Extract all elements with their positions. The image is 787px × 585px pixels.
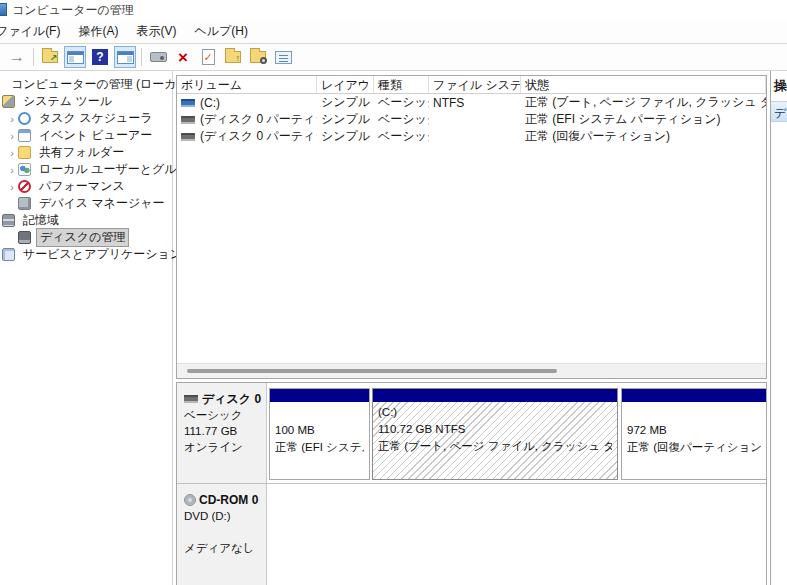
folder-up-icon[interactable]: ↑ bbox=[222, 46, 244, 68]
actions-section-disk-management[interactable]: ディスクの管理 bbox=[771, 101, 787, 122]
partition-color-bar bbox=[622, 389, 766, 402]
menu-bar: ファイル(F) 操作(A) 表示(V) ヘルプ(H) bbox=[0, 19, 787, 44]
table-row[interactable]: (ディスク 0 パーティション 4) シンプル ベーシック 正常 (回復パーティ… bbox=[177, 128, 766, 145]
menu-view[interactable]: 表示(V) bbox=[127, 19, 185, 43]
tree-item-performance[interactable]: › パフォーマンス bbox=[0, 178, 172, 195]
menu-help[interactable]: ヘルプ(H) bbox=[185, 19, 257, 43]
table-row[interactable]: (C:) シンプル ベーシック NTFS 正常 (ブート, ページ ファイル, … bbox=[177, 94, 766, 111]
tree-item-event-viewer[interactable]: › イベント ビューアー bbox=[0, 127, 172, 144]
horizontal-scrollbar[interactable] bbox=[177, 363, 766, 378]
cdrom-icon bbox=[184, 494, 196, 506]
column-header-volume[interactable]: ボリューム bbox=[177, 76, 317, 93]
column-header-filesystem[interactable]: ファイル システム bbox=[429, 76, 521, 93]
toolbar-separator bbox=[141, 48, 142, 66]
tree-item-task-scheduler[interactable]: › タスク スケジューラ bbox=[0, 110, 172, 127]
volume-table-header: ボリューム レイアウト 種類 ファイル システム 状態 bbox=[177, 76, 766, 94]
disk0-size: 111.77 GB bbox=[184, 423, 266, 439]
users-icon bbox=[18, 163, 31, 176]
cdrom-media-status: メディアなし bbox=[184, 540, 266, 556]
tree-root-computer-management[interactable]: コンピューターの管理 (ローカル) bbox=[0, 76, 172, 93]
actions-pane-title: 操作 bbox=[771, 71, 787, 95]
chevron-right-icon[interactable]: › bbox=[6, 130, 18, 142]
computer-management-window: コンピューターの管理 ファイル(F) 操作(A) 表示(V) ヘルプ(H) → … bbox=[0, 0, 787, 585]
chevron-right-icon[interactable]: › bbox=[6, 113, 18, 125]
event-viewer-icon bbox=[18, 129, 31, 142]
disk-management-icon bbox=[18, 231, 31, 244]
table-row[interactable]: (ディスク 0 パーティション 1) シンプル ベーシック 正常 (EFI シス… bbox=[177, 111, 766, 128]
partition-color-bar bbox=[270, 389, 369, 402]
device-manager-icon bbox=[18, 197, 31, 210]
title-bar: コンピューターの管理 bbox=[0, 0, 787, 19]
window-title: コンピューターの管理 bbox=[12, 2, 134, 19]
tree-item-system-tools[interactable]: システム ツール bbox=[0, 93, 172, 110]
volume-icon bbox=[181, 99, 195, 107]
cdrom-kind: DVD (D:) bbox=[184, 508, 266, 524]
services-icon bbox=[2, 248, 15, 261]
tree-item-local-users-groups[interactable]: › ローカル ユーザーとグループ bbox=[0, 161, 172, 178]
menu-file[interactable]: ファイル(F) bbox=[0, 19, 69, 43]
actions-pane: 操作 ディスクの管理 bbox=[770, 71, 787, 585]
tree-item-storage[interactable]: 記憶域 bbox=[0, 212, 172, 229]
help-topics-icon[interactable] bbox=[272, 46, 294, 68]
folder-search-icon[interactable] bbox=[247, 46, 269, 68]
window-icon bbox=[0, 3, 7, 16]
console-tree: コンピューターの管理 (ローカル) システム ツール › タスク スケジューラ … bbox=[0, 71, 173, 585]
chevron-right-icon[interactable]: › bbox=[6, 164, 18, 176]
volume-list-pane: ボリューム レイアウト 種類 ファイル システム 状態 (C:) シンプル ベー… bbox=[176, 75, 767, 379]
storage-icon bbox=[2, 214, 15, 227]
delete-volume-icon[interactable]: × bbox=[172, 46, 194, 68]
column-header-type[interactable]: 種類 bbox=[374, 76, 429, 93]
toolbar-separator bbox=[33, 48, 34, 66]
tree-item-services-applications[interactable]: サービスとアプリケーション bbox=[0, 246, 172, 263]
volume-icon bbox=[181, 116, 195, 124]
export-list-icon[interactable]: ↗ bbox=[39, 46, 61, 68]
disk0-status: オンライン bbox=[184, 439, 266, 455]
disk-icon bbox=[184, 395, 198, 403]
disk0-header[interactable]: ディスク 0 ベーシック 111.77 GB オンライン bbox=[177, 383, 267, 483]
tree-item-device-manager[interactable]: デバイス マネージャー bbox=[0, 195, 172, 212]
system-tools-icon bbox=[2, 95, 15, 108]
performance-icon bbox=[18, 180, 31, 193]
menu-action[interactable]: 操作(A) bbox=[69, 19, 127, 43]
partition-c[interactable]: (C:) 110.72 GB NTFS 正常 (ブート, ページ ファイル, ク… bbox=[372, 388, 618, 480]
chevron-right-icon[interactable]: › bbox=[6, 181, 18, 193]
cdrom-header[interactable]: CD-ROM 0 DVD (D:) メディアなし bbox=[177, 484, 267, 585]
device-icon[interactable] bbox=[147, 46, 169, 68]
toolbar: → ↗ ? × ✓ ↑ bbox=[0, 44, 787, 71]
tree-item-shared-folders[interactable]: › 共有フォルダー bbox=[0, 144, 172, 161]
partition-color-bar bbox=[373, 389, 617, 402]
forward-arrow-icon[interactable]: → bbox=[6, 46, 28, 68]
volume-icon bbox=[181, 133, 195, 141]
tree-item-disk-management[interactable]: ディスクの管理 bbox=[0, 229, 172, 246]
shared-folder-icon bbox=[18, 146, 31, 159]
column-header-status[interactable]: 状態 bbox=[521, 76, 766, 93]
action-pane-toggle-icon[interactable] bbox=[114, 46, 136, 68]
partition-efi[interactable]: 100 MB 正常 (EFI システム パーティション) bbox=[269, 388, 370, 480]
disk0-kind: ベーシック bbox=[184, 407, 266, 423]
disk-graphical-pane: ディスク 0 ベーシック 111.77 GB オンライン 100 MB 正常 (… bbox=[176, 382, 767, 585]
scrollbar-thumb[interactable] bbox=[187, 369, 557, 373]
cdrom-row: CD-ROM 0 DVD (D:) メディアなし bbox=[177, 483, 766, 585]
properties-check-icon[interactable]: ✓ bbox=[197, 46, 219, 68]
chevron-right-icon[interactable]: › bbox=[6, 147, 18, 159]
help-icon[interactable]: ? bbox=[89, 46, 111, 68]
task-scheduler-icon bbox=[18, 112, 31, 125]
column-header-layout[interactable]: レイアウト bbox=[317, 76, 374, 93]
console-tree-toggle-icon[interactable] bbox=[64, 46, 86, 68]
disk0-row: ディスク 0 ベーシック 111.77 GB オンライン 100 MB 正常 (… bbox=[177, 383, 766, 483]
partition-recovery[interactable]: 972 MB 正常 (回復パーティション) bbox=[621, 388, 767, 480]
